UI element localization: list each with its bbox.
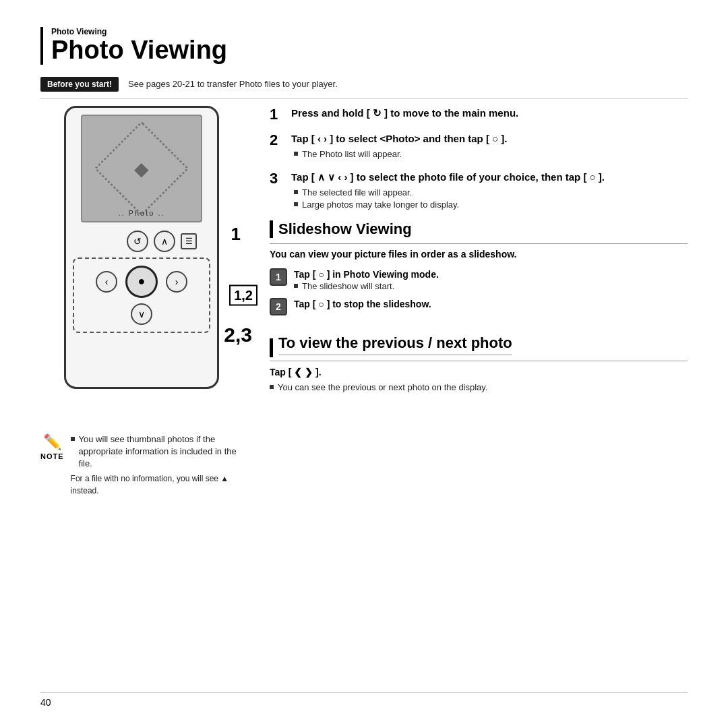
slideshow-step-1-sq — [294, 284, 298, 288]
step-1: 1 Press and hold [ ↻ ] to move to the ma… — [270, 106, 688, 122]
step-3-num: 3 — [270, 171, 284, 186]
nav-left-button[interactable]: ‹ — [96, 271, 117, 293]
before-text: See pages 20-21 to transfer Photo files … — [128, 79, 338, 89]
step-2-bullet-text: The Photo list will appear. — [302, 148, 402, 160]
step-3-bullet-sq-2 — [294, 202, 298, 206]
section-label: Photo Viewing — [51, 27, 688, 36]
step-1-content: Press and hold [ ↻ ] to move to the main… — [291, 106, 688, 120]
slideshow-step-1-main: Tap [ ○ ] in Photo Viewing mode. — [294, 268, 688, 280]
view-divider — [270, 361, 688, 361]
before-badge: Before you start! — [40, 77, 119, 92]
note-icon-area: ✏️ NOTE — [40, 433, 64, 460]
slideshow-step-1-sub: The slideshow will start. — [294, 280, 688, 293]
device-body: ◆ .. Photo .. 1 ↺ ∧ ☰ — [64, 106, 219, 389]
note-bullet-sq-1 — [71, 437, 75, 441]
step12-label: 1,2 — [229, 284, 257, 305]
note-text-2: For a file with no information, you will… — [71, 473, 249, 497]
step-2-sub: The Photo list will appear. — [291, 148, 688, 160]
page-title: Photo Viewing — [51, 36, 688, 65]
device-illustration: ◆ .. Photo .. 1 ↺ ∧ ☰ — [51, 106, 239, 416]
slideshow-step-1: 1 Tap [ ○ ] in Photo Viewing mode. The s… — [270, 268, 688, 293]
step-3-bullet-text-2: Large photos may take longer to display. — [302, 199, 459, 211]
step-1-num: 1 — [270, 107, 284, 122]
step-2-bullet-sq — [294, 152, 298, 156]
step1-label: 1 — [231, 224, 241, 245]
center-button[interactable]: ● — [125, 266, 158, 298]
view-section: To view the previous / next photo Tap [ … — [270, 334, 688, 394]
slideshow-step-2-num: 2 — [270, 298, 287, 315]
step-2-main: Tap [ ‹ › ] to select <Photo> and then t… — [291, 131, 688, 146]
main-content: ◆ .. Photo .. 1 ↺ ∧ ☰ — [40, 106, 688, 686]
note-text-1: You will see thumbnail photos if the app… — [79, 433, 249, 471]
nav-down-button[interactable]: ∨ — [131, 303, 152, 325]
menu-button[interactable]: ☰ — [181, 233, 197, 249]
slideshow-section: Slideshow Viewing You can view your pict… — [270, 220, 688, 321]
right-column: 1 Press and hold [ ↻ ] to move to the ma… — [270, 106, 688, 686]
step-3-bullet-text-1: The selected file will appear. — [302, 187, 412, 199]
note-text: You will see thumbnail photos if the app… — [71, 433, 249, 497]
slideshow-step-1-num: 1 — [270, 268, 287, 286]
header-section: Photo Viewing Photo Viewing — [40, 27, 688, 65]
power-button[interactable]: ↺ — [127, 231, 148, 252]
step-3-bullet-1: The selected file will appear. — [294, 187, 688, 199]
nav-up-button[interactable]: ∧ — [154, 231, 175, 252]
nav-right-button[interactable]: › — [166, 271, 187, 293]
step-1-main: Press and hold [ ↻ ] to move to the main… — [291, 106, 688, 120]
slideshow-title: Slideshow Viewing — [278, 220, 412, 238]
slideshow-step-2: 2 Tap [ ○ ] to stop the slideshow. — [270, 298, 688, 315]
step-2: 2 Tap [ ‹ › ] to select <Photo> and then… — [270, 131, 688, 160]
view-bullet: You can see the previous or next photo o… — [270, 382, 688, 394]
step-3-bullet-sq-1 — [294, 190, 298, 194]
page-number: 40 — [40, 697, 51, 708]
page-footer: 40 — [40, 686, 688, 708]
step-2-num: 2 — [270, 133, 284, 148]
step-2-content: Tap [ ‹ › ] to select <Photo> and then t… — [291, 131, 688, 160]
step-3-sub: The selected file will appear. Large pho… — [291, 187, 688, 211]
before-start-row: Before you start! See pages 20-21 to tra… — [40, 77, 688, 99]
slideshow-bar — [270, 220, 273, 238]
slideshow-step-2-main: Tap [ ○ ] to stop the slideshow. — [294, 298, 688, 310]
page: Photo Viewing Photo Viewing Before you s… — [0, 0, 728, 728]
footer-line: 40 — [40, 692, 688, 708]
controls-dashed-box: 1,2 ‹ ● › ∨ — [73, 257, 210, 333]
step-3-main: Tap [ ∧ ∨ ‹ › ] to select the photo file… — [291, 170, 688, 184]
left-column: ◆ .. Photo .. 1 ↺ ∧ ☰ — [40, 106, 249, 686]
view-bullet-sq — [270, 385, 274, 389]
step23-label: 2,3 — [224, 324, 252, 346]
step-2-bullet-1: The Photo list will appear. — [294, 148, 688, 160]
note-icon: ✏️ — [43, 433, 61, 451]
note-section: ✏️ NOTE You will see thumbnail photos if… — [40, 433, 249, 497]
slideshow-step-1-content: Tap [ ○ ] in Photo Viewing mode. The sli… — [294, 268, 688, 293]
view-title-bar: To view the previous / next photo — [270, 334, 688, 361]
slideshow-step-1-text: The slideshow will start. — [302, 280, 394, 293]
photo-label: .. Photo .. — [118, 209, 164, 217]
device-screen: ◆ .. Photo .. — [81, 115, 202, 222]
view-tap-label: Tap [ ❮ ❯ ]. — [270, 367, 688, 377]
slideshow-desc: You can view your picture files in order… — [270, 248, 688, 262]
view-bullet-text: You can see the previous or next photo o… — [278, 382, 488, 394]
step-3-content: Tap [ ∧ ∨ ‹ › ] to select the photo file… — [291, 170, 688, 211]
note-label: NOTE — [40, 452, 64, 460]
note-bullet-1: You will see thumbnail photos if the app… — [71, 433, 249, 471]
slideshow-divider — [270, 243, 688, 244]
screen-inner: ◆ — [94, 121, 189, 216]
step-3: 3 Tap [ ∧ ∨ ‹ › ] to select the photo fi… — [270, 170, 688, 211]
slideshow-step-2-content: Tap [ ○ ] to stop the slideshow. — [294, 298, 688, 310]
slideshow-heading: Slideshow Viewing — [270, 220, 688, 238]
view-bar — [270, 338, 273, 357]
view-title: To view the previous / next photo — [278, 334, 512, 355]
step-3-bullet-2: Large photos may take longer to display. — [294, 199, 688, 211]
